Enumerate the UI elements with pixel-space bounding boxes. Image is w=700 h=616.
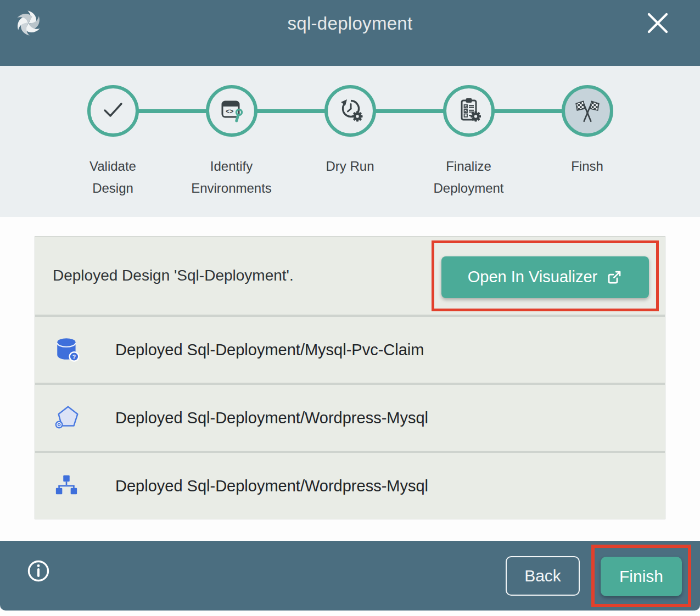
back-button[interactable]: Back: [506, 556, 580, 596]
deployed-item-row: ? Deployed Sql-Deployment/Mysql-Pvc-Clai…: [35, 315, 665, 383]
step-label: Validate Design: [68, 155, 158, 199]
annotation-highlight-visualizer: Open In Visualizer: [432, 240, 659, 311]
pentagon-icon: [54, 404, 93, 432]
svg-text:<>: <>: [226, 108, 233, 116]
step-finish: Finsh: [528, 85, 647, 199]
step-dry-run: Dry Run: [291, 85, 410, 199]
deployment-message: Deployed Design 'Sql-Deployment'.: [53, 267, 294, 284]
external-link-icon: [606, 269, 623, 285]
deployed-item-row: Deployed Sql-Deployment/Wordpress-Mysql: [35, 451, 665, 519]
results-area: Deployed Design 'Sql-Deployment'. Open I…: [0, 217, 700, 541]
step-label: Finsh: [542, 155, 632, 177]
check-icon: [99, 96, 127, 126]
deployed-item-row: Deployed Sql-Deployment/Wordpress-Mysql: [35, 383, 665, 451]
modal-footer: Back Finish: [0, 541, 700, 611]
finish-flags-icon: [574, 96, 601, 126]
step-label: Identify Environments: [186, 155, 277, 199]
step-label: Finalize Deployment: [423, 155, 514, 199]
step-finalize-deployment: Finalize Deployment: [410, 85, 528, 199]
modal-header: sql-deployment: [0, 0, 700, 66]
modal-title: sql-deployment: [0, 0, 700, 66]
clipboard-gear-icon: [456, 97, 482, 125]
deployed-item-text: Deployed Sql-Deployment/Wordpress-Mysql: [115, 477, 428, 495]
code-wrench-icon: <>: [219, 97, 245, 125]
step-identify-environments: <> Identify Environments: [172, 85, 291, 199]
step-label: Dry Run: [305, 155, 395, 177]
deployment-results-card: Deployed Design 'Sql-Deployment'. Open I…: [35, 236, 665, 519]
info-icon[interactable]: [26, 559, 51, 583]
open-in-visualizer-button[interactable]: Open In Visualizer: [441, 256, 649, 298]
close-icon[interactable]: [647, 12, 669, 34]
annotation-highlight-finish: Finish: [591, 545, 691, 607]
deployment-wizard-modal: sql-deployment Validate Design: [0, 0, 700, 616]
history-gear-icon: [337, 97, 363, 125]
deployment-message-row: Deployed Design 'Sql-Deployment'. Open I…: [35, 237, 665, 315]
open-in-visualizer-label: Open In Visualizer: [468, 268, 597, 286]
deployed-item-text: Deployed Sql-Deployment/Mysql-Pvc-Claim: [115, 341, 424, 359]
database-icon: ?: [54, 336, 93, 363]
hierarchy-icon: [54, 473, 93, 499]
finish-button[interactable]: Finish: [601, 557, 682, 596]
svg-text:?: ?: [72, 354, 76, 360]
step-validate-design: Validate Design: [54, 85, 172, 199]
deployed-item-text: Deployed Sql-Deployment/Wordpress-Mysql: [115, 409, 428, 427]
wizard-stepper: Validate Design <> Identify Environme: [0, 66, 700, 217]
